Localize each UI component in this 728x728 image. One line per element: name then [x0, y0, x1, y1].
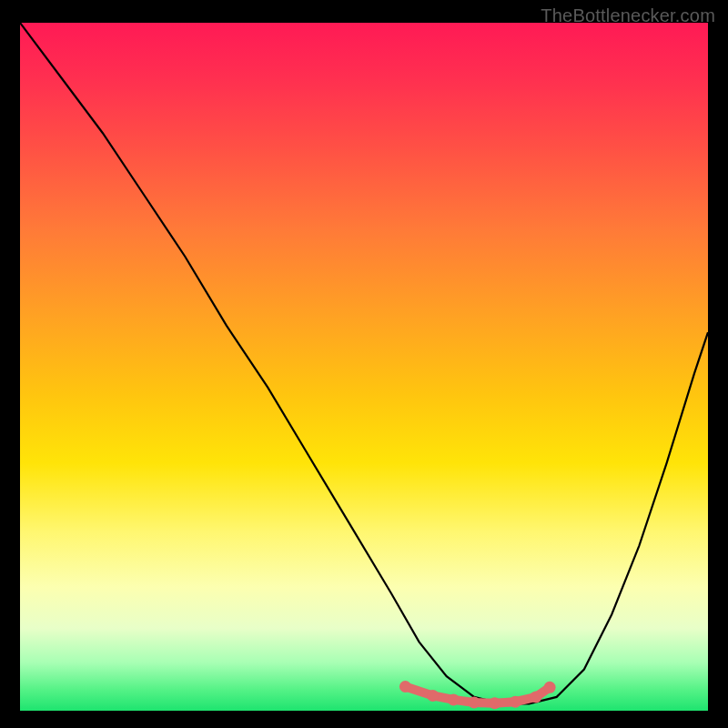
highlight-dot [469, 696, 480, 708]
highlight-dot [427, 690, 439, 702]
highlight-dot [531, 691, 542, 703]
chart-svg [20, 23, 708, 711]
bottleneck-curve [20, 23, 708, 703]
highlight-dot [544, 682, 556, 693]
highlight-dot [448, 693, 460, 705]
chart-frame [20, 23, 708, 711]
highlight-dots [399, 681, 556, 709]
watermark-text: TheBottlenecker.com [541, 5, 715, 26]
highlight-dot [489, 697, 500, 709]
highlight-dot [510, 696, 521, 708]
highlight-dot [399, 681, 411, 693]
plot-area [20, 23, 708, 711]
